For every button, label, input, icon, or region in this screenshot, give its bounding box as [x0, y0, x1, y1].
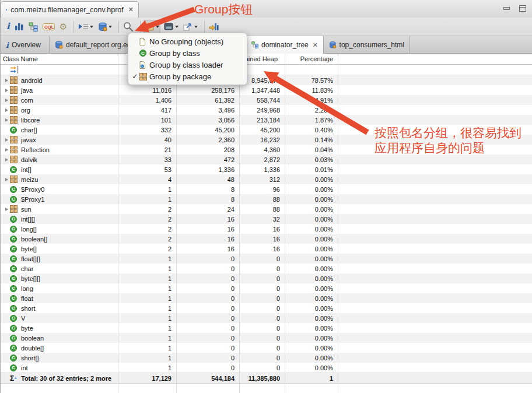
table-row[interactable]: Cbyte1000.00%	[1, 323, 532, 333]
search-icon	[123, 22, 134, 32]
table-row[interactable]: Clong1000.00%	[1, 283, 532, 293]
search-button[interactable]	[122, 20, 135, 34]
close-icon[interactable]: ✕	[128, 6, 134, 13]
expander-icon[interactable]	[1, 138, 10, 142]
table-row[interactable]: android8,945,87278.57%	[1, 75, 532, 85]
tab-top-consumers-label: top_consumers_html	[340, 41, 404, 49]
expander-icon[interactable]	[1, 108, 10, 112]
expander-icon[interactable]	[1, 158, 10, 162]
table-row[interactable]: Clong[]216160.00%	[1, 224, 532, 234]
table-row[interactable]: Cchar[]33245,20045,2000.40%	[1, 125, 532, 135]
class-icon: C	[10, 255, 19, 262]
class-name: boolean[]	[21, 236, 47, 243]
dropdown-arrow-icon	[108, 26, 112, 28]
minimize-icon[interactable]	[503, 5, 510, 12]
class-name: Reflection	[21, 146, 50, 153]
expander-icon[interactable]	[1, 99, 10, 102]
table-row[interactable]: C$Proxy118880.00%	[1, 194, 532, 204]
table-row[interactable]: Cint1000.00%	[1, 363, 532, 373]
menu-item-group-by-classloader[interactable]: Group by class loader	[128, 59, 247, 71]
menu-item-group-by-package[interactable]: ✓ Group by package	[128, 71, 247, 82]
editor-tab-hprof[interactable]: com.meizu.filemanager_conv.hprof ✕	[1, 1, 139, 17]
customize-button[interactable]: ⚙	[58, 20, 68, 34]
histogram-button[interactable]	[13, 20, 25, 34]
run-report-button[interactable]	[77, 20, 94, 34]
expander-icon[interactable]	[1, 89, 10, 92]
filter-icon	[10, 66, 19, 73]
class-name: float	[21, 295, 33, 302]
grouping-button[interactable]	[144, 20, 160, 34]
table-row[interactable]: Cfloat[][]1000.00%	[1, 254, 532, 264]
table-row[interactable]: com1,40661,392558,7444.91%	[1, 95, 532, 105]
view-tab-bar: i Overview default_report org.ec dominat…	[1, 36, 532, 54]
table-row[interactable]: sun224880.00%	[1, 204, 532, 214]
class-name: byte	[21, 325, 33, 332]
class-icon: C	[10, 364, 19, 371]
table-row[interactable]: Cboolean[]216160.00%	[1, 234, 532, 244]
tab-top-consumers[interactable]: top_consumers_html	[324, 36, 410, 54]
gear-icon: ⚙	[60, 22, 67, 31]
class-name: java	[21, 87, 33, 94]
expander-icon[interactable]	[1, 118, 10, 122]
table-row[interactable]: Reflection212084,3600.04%	[1, 145, 532, 155]
filter-regex-field[interactable]	[1, 65, 118, 75]
heap-dump-gear-icon	[98, 22, 107, 31]
query-browser-button[interactable]	[163, 20, 180, 34]
class-icon: C	[10, 275, 19, 282]
table-row[interactable]: Cshort1000.00%	[1, 303, 532, 313]
compare-button[interactable]	[208, 20, 220, 34]
table-row[interactable]: Cshort[]1000.00%	[1, 353, 532, 363]
compare-icon	[209, 22, 219, 31]
editor-tab-bar: com.meizu.filemanager_conv.hprof ✕	[1, 0, 532, 18]
table-row[interactable]: Cbyte[]216160.00%	[1, 244, 532, 254]
editor-toolbar: i OQL ⚙	[1, 17, 532, 36]
class-icon: C	[10, 216, 19, 223]
menu-item-group-by-class[interactable]: C Group by class	[128, 47, 247, 59]
run-report-icon	[78, 23, 89, 30]
table-row[interactable]: Cint[][]216320.00%	[1, 214, 532, 224]
dominator-tree-button[interactable]	[27, 20, 39, 34]
class-name: javax	[21, 136, 36, 143]
column-header-percentage[interactable]: Percentage	[285, 54, 338, 64]
class-name: short[]	[21, 355, 39, 362]
table-row[interactable]: dalvik334722,8720.03%	[1, 155, 532, 164]
table-row[interactable]: Cint[]531,3361,3360.01%	[1, 164, 532, 174]
export-icon	[183, 22, 193, 31]
table-row[interactable]: Cbyte[][]1000.00%	[1, 273, 532, 283]
filter-numeric-field[interactable]	[285, 65, 338, 75]
class-name: org	[21, 107, 30, 114]
table-row[interactable]: org4173,496249,9682.20%	[1, 105, 532, 115]
table-row[interactable]: Cchar1000.00%	[1, 264, 532, 273]
oql-button[interactable]: OQL	[41, 20, 56, 34]
classloader-icon	[139, 61, 149, 69]
expander-icon[interactable]	[1, 208, 10, 211]
tab-dominator-tree[interactable]: dominator_tree ✕	[246, 36, 324, 54]
heap-dump-actions-button[interactable]	[97, 20, 113, 34]
maximize-icon[interactable]	[519, 5, 526, 12]
table-row[interactable]: C$Proxy018960.00%	[1, 184, 532, 194]
column-header-class-name[interactable]: Class Name	[1, 54, 118, 64]
table-row[interactable]: Cdouble[]1000.00%	[1, 343, 532, 353]
expander-icon[interactable]	[1, 79, 10, 82]
table-row[interactable]: Cfloat1000.00%	[1, 293, 532, 303]
table-row[interactable]: javax402,36016,2320.14%	[1, 135, 532, 145]
table-row[interactable]: Cboolean1000.00%	[1, 333, 532, 343]
table-row[interactable]: java11,016258,1761,347,44811.83%	[1, 85, 532, 95]
table-row[interactable]: meizu4483120.00%	[1, 174, 532, 184]
table-row[interactable]: CV1000.00%	[1, 313, 532, 323]
expander-icon[interactable]	[1, 148, 10, 152]
close-icon[interactable]: ✕	[313, 41, 318, 49]
table-row[interactable]: libcore1013,056213,1841.87%	[1, 115, 532, 125]
export-button[interactable]	[182, 20, 199, 34]
class-icon: C	[10, 345, 19, 352]
class-icon: C	[10, 325, 19, 332]
tab-overview[interactable]: i Overview	[1, 36, 50, 54]
tab-dominator-tree-label: dominator_tree	[261, 41, 309, 49]
class-icon: C	[139, 50, 149, 57]
inspector-button[interactable]: i	[5, 20, 11, 34]
class-name: libcore	[21, 117, 40, 124]
class-name: $Proxy0	[21, 186, 44, 193]
tab-default-report-label: default_report org.ec	[66, 41, 131, 49]
menu-item-no-grouping[interactable]: No Grouping (objects)	[128, 36, 247, 47]
expander-icon[interactable]	[1, 178, 10, 181]
